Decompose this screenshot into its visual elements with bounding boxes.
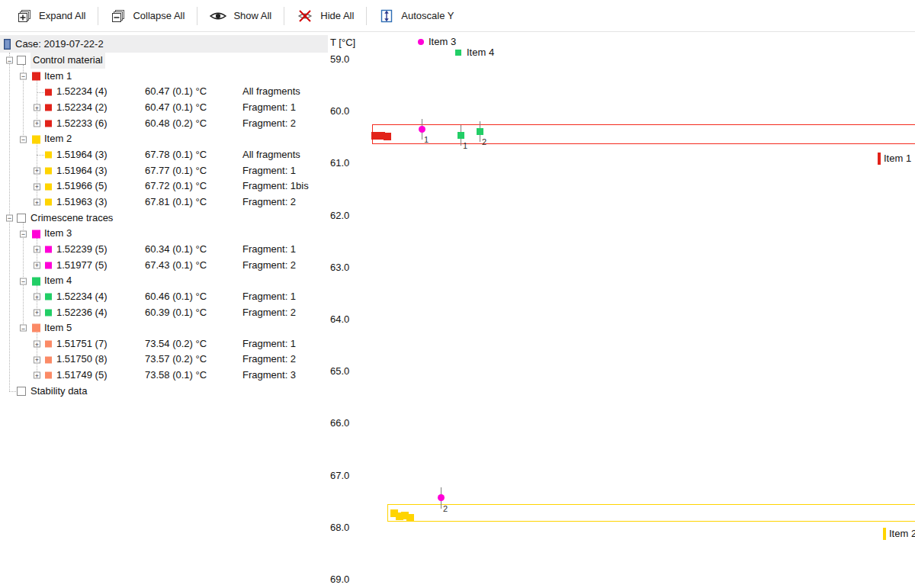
y-tick-label: 62.0 (330, 208, 349, 223)
tree-measurement-row[interactable]: +1.52233 (6)60.48 (0.2) °CFragment: 2 (0, 116, 328, 132)
toolbar-button-hide-all[interactable]: Hide All (286, 0, 364, 32)
tree-expander[interactable]: + (34, 372, 40, 379)
tree-expander[interactable]: + (34, 167, 40, 174)
item-color-swatch (32, 135, 40, 143)
control-point-item-2[interactable] (406, 514, 414, 522)
hide-all-icon (297, 9, 313, 23)
measurement-ri[interactable]: 1.51964 (3) (56, 147, 108, 163)
measurement-ri[interactable]: 1.52239 (5) (56, 242, 108, 258)
tree-expander[interactable]: + (34, 246, 40, 253)
tree-expander[interactable]: − (20, 72, 27, 79)
tree-expander[interactable]: − (20, 230, 27, 237)
tree-expander[interactable]: + (34, 294, 40, 300)
tree-item-label[interactable]: Item 2 (44, 131, 72, 147)
tree-item-label[interactable]: Item 5 (44, 320, 72, 336)
tree-measurement-row[interactable]: +1.51751 (7)73.54 (0.2) °CFragment: 1 (0, 336, 328, 352)
point-label: 2 (482, 137, 486, 146)
tree-expander[interactable]: + (34, 341, 40, 348)
data-point-item-3[interactable] (438, 494, 445, 501)
tree-measurement-row[interactable]: +1.51963 (3)67.81 (0.1) °CFragment: 2 (0, 194, 328, 210)
measurement-temp: 67.77 (0.1) °C (145, 163, 207, 179)
toolbar-separator (284, 7, 284, 25)
measurement-ri[interactable]: 1.52234 (2) (56, 100, 108, 116)
tree-item-row[interactable]: −Item 5 (0, 320, 328, 336)
tree-expander[interactable]: + (34, 120, 40, 127)
measurement-ri[interactable]: 1.52234 (4) (56, 84, 108, 100)
tree-expander[interactable]: − (20, 278, 27, 284)
toolbar-button-show-all[interactable]: Show All (199, 0, 282, 32)
tree-expander[interactable]: + (34, 104, 40, 111)
tree: −Control material−Item 11.52234 (4)60.47… (0, 53, 328, 399)
tree-group-row[interactable]: −Crimescene traces (0, 210, 328, 227)
data-point-item-4[interactable] (458, 132, 464, 139)
toolbar-button-expand-all[interactable]: Expand All (6, 0, 96, 32)
data-point-item-3[interactable] (419, 126, 425, 133)
measurement-ri[interactable]: 1.52234 (4) (56, 289, 108, 305)
tree-expander[interactable]: + (34, 262, 40, 268)
tree-group-label[interactable]: Crimescene traces (30, 210, 113, 227)
tree-item-label[interactable]: Item 3 (44, 226, 72, 242)
tree-measurement-row[interactable]: +1.51977 (5)67.43 (0.1) °CFragment: 2 (0, 258, 328, 274)
tree-expander[interactable]: + (34, 183, 40, 190)
tree-item-label[interactable]: Item 1 (44, 69, 72, 85)
tree-measurement-row[interactable]: +1.52234 (2)60.47 (0.1) °CFragment: 1 (0, 100, 328, 116)
measurement-temp: 73.54 (0.2) °C (145, 336, 207, 352)
tree-checkbox[interactable] (17, 214, 26, 223)
item-color-swatch (32, 277, 40, 285)
tree-item-label[interactable]: Item 4 (44, 273, 72, 289)
y-tick-label: 69.0 (330, 572, 349, 587)
tree-item-row[interactable]: −Item 4 (0, 273, 328, 289)
tree-measurement-row[interactable]: +1.51964 (3)67.77 (0.1) °CFragment: 1 (0, 163, 328, 179)
tree-measurement-row[interactable]: 1.52234 (4)60.47 (0.1) °CAll fragments (0, 84, 328, 100)
measurement-temp: 60.47 (0.1) °C (145, 100, 207, 116)
tree-item-row[interactable]: −Item 3 (0, 226, 328, 242)
measurement-ri[interactable]: 1.51750 (8) (56, 352, 108, 368)
tree-measurement-row[interactable]: +1.51750 (8)73.57 (0.2) °CFragment: 2 (0, 352, 328, 368)
measurement-ri[interactable]: 1.51963 (3) (56, 194, 108, 210)
toolbar-separator (98, 7, 98, 25)
tree-expander[interactable]: + (34, 309, 40, 316)
tree-guide-line (37, 80, 37, 124)
legend-label: Item 3 (429, 34, 456, 50)
item-label-bar (883, 528, 886, 540)
measurement-ri[interactable]: 1.51751 (7) (56, 336, 108, 352)
tree-checkbox[interactable] (17, 56, 26, 65)
tree-expander[interactable]: − (20, 325, 27, 332)
tree-measurement-row[interactable]: +1.52236 (4)60.39 (0.1) °CFragment: 2 (0, 305, 328, 321)
case-row[interactable]: Case: 2019-07-22-2 (0, 35, 328, 53)
measurement-temp: 60.39 (0.1) °C (145, 305, 207, 321)
tree-measurement-row[interactable]: +1.52239 (5)60.34 (0.1) °CFragment: 1 (0, 242, 328, 258)
tree-expander[interactable]: − (6, 57, 13, 64)
tree-expander[interactable]: − (20, 136, 27, 143)
tree-expander[interactable]: + (34, 356, 40, 363)
tree-measurement-row[interactable]: +1.51966 (5)67.72 (0.1) °CFragment: 1bis (0, 178, 328, 194)
toolbar-button-autoscale-y[interactable]: Autoscale Y (368, 0, 464, 32)
item-color-swatch (45, 246, 52, 253)
measurement-fragment: Fragment: 1 (242, 163, 296, 179)
autoscale-y-icon (379, 8, 394, 24)
measurement-ri[interactable]: 1.52236 (4) (56, 305, 108, 321)
toolbar-button-collapse-all[interactable]: Collapse All (100, 0, 195, 32)
tree-item-row[interactable]: −Item 1 (0, 69, 328, 85)
tree-expander[interactable]: + (34, 199, 40, 206)
y-tick-label: 65.0 (330, 364, 349, 379)
tree-group-label[interactable]: Control material (30, 53, 105, 69)
tree-measurement-row[interactable]: +1.51749 (5)73.58 (0.1) °CFragment: 3 (0, 368, 328, 384)
control-point-item-1[interactable] (384, 133, 391, 140)
data-point-item-4[interactable] (477, 128, 483, 135)
measurement-ri[interactable]: 1.51966 (5) (56, 178, 108, 194)
measurement-ri[interactable]: 1.51964 (3) (56, 163, 108, 179)
tree-measurement-row[interactable]: +1.52234 (4)60.46 (0.1) °CFragment: 1 (0, 289, 328, 305)
tree-group-row[interactable]: −Control material (0, 53, 328, 69)
measurement-ri[interactable]: 1.52233 (6) (56, 116, 108, 132)
measurement-ri[interactable]: 1.51749 (5) (56, 368, 108, 384)
tree-expander[interactable]: − (6, 214, 13, 221)
tree-leaf-label[interactable]: Stability data (30, 384, 87, 400)
tree-measurement-row[interactable]: 1.51964 (3)67.78 (0.1) °CAll fragments (0, 147, 328, 163)
tree-item-row[interactable]: −Item 2 (0, 131, 328, 147)
measurement-temp: 60.34 (0.1) °C (145, 242, 207, 258)
measurement-ri[interactable]: 1.51977 (5) (56, 258, 108, 274)
tree-leaf-row[interactable]: Stability data (0, 384, 328, 400)
tree-checkbox[interactable] (17, 387, 26, 396)
item-color-swatch (45, 120, 52, 127)
